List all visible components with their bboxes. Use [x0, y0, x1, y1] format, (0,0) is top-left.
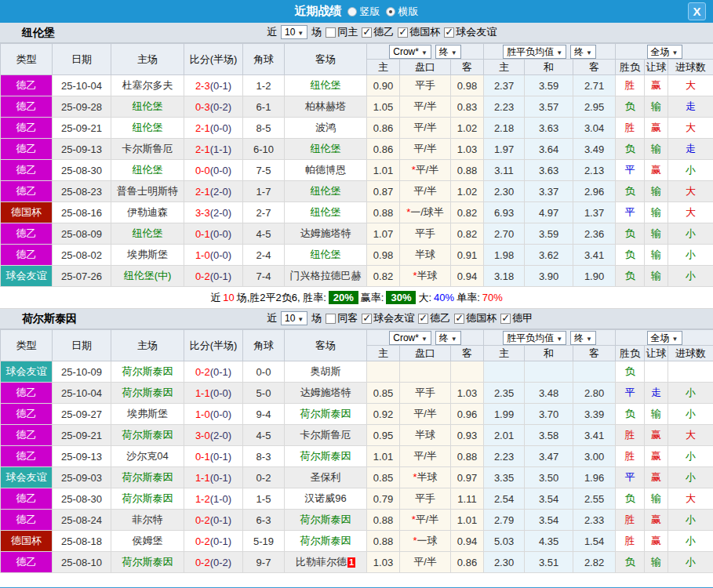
- league-type-cell: 德乙: [1, 75, 53, 96]
- mean-away-cell: 3.04: [573, 118, 616, 139]
- halftime-score: (0-0): [210, 408, 231, 420]
- fulltime-score: 2-3: [195, 80, 210, 92]
- summary-text: 单率:: [457, 291, 480, 305]
- checkbox-icon[interactable]: [326, 314, 336, 324]
- mean-type-select[interactable]: 胜平负均值▼: [503, 331, 566, 345]
- league-filter-checkbox[interactable]: 球会友谊: [444, 25, 497, 39]
- checkbox-checked-icon[interactable]: [398, 27, 408, 38]
- date-cell: 25-08-18: [53, 531, 111, 552]
- chevron-down-icon: ▼: [297, 30, 304, 37]
- col-odds-handicap: 盘口: [400, 346, 451, 361]
- score-cell: 0-2(0-1): [184, 531, 243, 552]
- match-count-select[interactable]: 10▼: [281, 25, 307, 39]
- mean-away-cell: 1.54: [573, 531, 616, 552]
- handicap-result-cell: 赢: [645, 75, 668, 96]
- odds-source-select[interactable]: Crow*▼: [389, 45, 431, 59]
- league-filter-checkbox[interactable]: 德国杯: [398, 25, 440, 39]
- close-icon[interactable]: X: [688, 2, 706, 20]
- radio-icon[interactable]: [347, 7, 357, 16]
- score-cell: 1-1(0-0): [184, 383, 243, 404]
- match-row: 球会友谊25-07-26纽伦堡(中)0-2(0-1)7-4门兴格拉德巴赫0.82…: [1, 266, 713, 287]
- corner-cell: 6-3: [243, 510, 285, 531]
- league-filter-checkbox[interactable]: 德乙: [362, 25, 394, 39]
- odds-handicap-cell: 平/半: [400, 404, 451, 425]
- handicap-result-cell: 输: [645, 223, 668, 245]
- away-team-name: 荷尔斯泰因: [300, 514, 351, 525]
- checkbox-checked-icon[interactable]: [418, 314, 428, 324]
- corner-cell: 1-2: [243, 75, 285, 96]
- league-filter-checkbox[interactable]: 德国杯: [454, 311, 497, 325]
- handicap-result-cell: 赢: [645, 446, 668, 467]
- mean-draw-cell: 3.57: [525, 96, 573, 118]
- odds-time-select[interactable]: 终▼: [435, 331, 461, 345]
- col-odds-home: 主: [367, 60, 400, 75]
- home-team-cell: 伊勒迪森: [111, 202, 184, 223]
- mean-home-cell: 3.11: [484, 160, 525, 181]
- date-cell: 25-08-16: [53, 202, 111, 223]
- checkbox-checked-icon[interactable]: [454, 314, 464, 324]
- layout-radio-horizontal[interactable]: 横版: [386, 5, 419, 19]
- odds-source-select[interactable]: Crow*▼: [389, 331, 431, 345]
- odds-away-cell: 1.03: [451, 139, 484, 160]
- match-count-select[interactable]: 10▼: [281, 311, 307, 325]
- mean-draw-cell: 4.35: [525, 531, 573, 552]
- layout-radio-vertical[interactable]: 竖版: [347, 5, 380, 19]
- result-cell: 负: [616, 245, 645, 266]
- checkbox-checked-icon[interactable]: [444, 27, 454, 38]
- away-team-name: 比勒菲尔德: [296, 556, 347, 568]
- same-venue-checkbox[interactable]: 同客: [326, 311, 358, 325]
- goals-result-cell: 小: [668, 383, 713, 404]
- handicap-result-cell: 输: [645, 96, 668, 118]
- col-score: 比分(半场): [184, 330, 243, 361]
- scope-select[interactable]: 全场▼: [647, 331, 682, 345]
- handicap-value: 平手: [415, 79, 435, 91]
- away-team-name: 纽伦堡: [311, 185, 341, 197]
- checkbox-checked-icon[interactable]: [500, 314, 511, 324]
- home-team-cell: 纽伦堡(中): [111, 266, 184, 287]
- mean-draw-cell: 3.54: [525, 488, 573, 510]
- handicap-value: 平/半: [413, 100, 437, 112]
- mean-time-select[interactable]: 终▼: [570, 45, 596, 59]
- league-filter-checkbox[interactable]: 德甲: [500, 311, 533, 325]
- handicap-result-cell: 赢: [645, 510, 668, 531]
- halftime-score: (0-0): [210, 228, 231, 240]
- date-cell: 25-10-04: [53, 383, 111, 404]
- home-team-name: 杜塞尔多夫: [122, 79, 173, 91]
- home-team-name: 纽伦堡: [133, 164, 163, 176]
- odds-group-header: Crow*▼ 终▼: [367, 44, 484, 60]
- mean-away-cell: 3.39: [573, 404, 616, 425]
- radio-icon[interactable]: [386, 7, 395, 16]
- league-type-cell: 德乙: [1, 223, 53, 245]
- mean-away-cell: 3.49: [573, 139, 616, 160]
- col-mean-home: 主: [484, 346, 525, 361]
- odds-away-cell: 0.94: [451, 531, 484, 552]
- summary-text: 近: [210, 291, 220, 305]
- away-team-name: 达姆施塔特: [300, 387, 351, 398]
- checkbox-checked-icon[interactable]: [362, 27, 372, 38]
- goals-result-cell: 走: [668, 139, 713, 160]
- odds-time-select[interactable]: 终▼: [435, 45, 461, 59]
- checkbox-icon[interactable]: [326, 27, 336, 38]
- away-team-name: 达姆施塔特: [300, 227, 351, 239]
- same-venue-checkbox[interactable]: 同主: [326, 25, 358, 39]
- odds-handicap-cell: 平/半: [400, 552, 451, 573]
- away-team-cell: 达姆施塔特: [285, 223, 367, 245]
- home-team-cell: 埃弗斯堡: [111, 404, 184, 425]
- checkbox-checked-icon[interactable]: [362, 314, 372, 324]
- match-row: 德乙25-10-04杜塞尔多夫2-3(0-1)1-2纽伦堡0.90平手0.982…: [1, 75, 713, 96]
- col-odds-away: 客: [451, 60, 484, 75]
- same-venue-label: 同主: [337, 25, 358, 39]
- halftime-score: (0-0): [210, 387, 231, 399]
- mean-time-select[interactable]: 终▼: [570, 331, 596, 345]
- goals-result-cell: 小: [668, 467, 713, 488]
- corner-cell: 2-4: [243, 245, 285, 266]
- league-filter-checkbox[interactable]: 球会友谊: [362, 311, 414, 325]
- scope-select[interactable]: 全场▼: [647, 45, 682, 59]
- mean-type-select[interactable]: 胜平负均值▼: [503, 45, 566, 59]
- league-filter-checkbox[interactable]: 德乙: [418, 311, 450, 325]
- mean-home-cell: 3.18: [484, 266, 525, 287]
- result-cell: 平: [616, 467, 645, 488]
- odds-away-cell: 0.88: [451, 446, 484, 467]
- col-odds-home: 主: [367, 346, 400, 361]
- score-cell: 2-1(1-1): [184, 139, 243, 160]
